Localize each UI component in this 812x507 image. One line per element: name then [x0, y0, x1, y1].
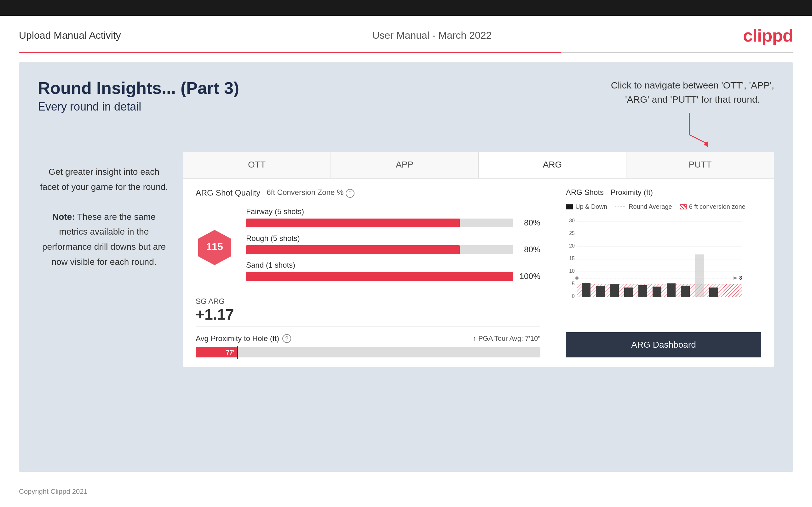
clippd-logo: clippd — [743, 25, 793, 46]
section-header: ARG Shot Quality 6ft Conversion Zone % ? — [196, 188, 541, 198]
arg-dashboard-button[interactable]: ARG Dashboard — [566, 332, 761, 357]
note-label: Note: — [52, 212, 75, 222]
bar-row-fairway: Fairway (5 shots) 80% — [246, 207, 541, 228]
proximity-bar-wrapper: 77' — [196, 347, 541, 357]
legend-item-roundavg: Round Average — [615, 203, 672, 210]
legend-label-conversion: 6 ft conversion zone — [689, 203, 746, 210]
sg-label: SG ARG — [196, 297, 541, 306]
sg-value: +1.17 — [196, 306, 541, 323]
svg-rect-32 — [667, 283, 675, 297]
svg-text:115: 115 — [206, 241, 223, 252]
score-area: 115 Fairway (5 shots) — [196, 207, 541, 287]
svg-text:20: 20 — [569, 243, 575, 248]
bar-label-fairway: Fairway (5 shots) — [246, 207, 541, 216]
proximity-val: 77' — [226, 349, 235, 356]
nav-hint-group: Click to navigate between 'OTT', 'APP','… — [611, 78, 774, 149]
legend-hatch-box — [680, 204, 687, 210]
bar-row-sand: Sand (1 shots) 100% — [246, 261, 541, 281]
copyright: Copyright Clippd 2021 — [19, 488, 88, 495]
svg-rect-27 — [596, 286, 605, 297]
svg-text:25: 25 — [569, 230, 575, 236]
bar-pct-rough: 80% — [518, 245, 541, 255]
bar-pct-fairway: 80% — [518, 218, 541, 228]
svg-rect-29 — [624, 287, 633, 297]
bar-label-sand: Sand (1 shots) — [246, 261, 541, 270]
tab-app[interactable]: APP — [331, 152, 478, 178]
chart-legend: Up & Down Round Average 6 ft conversio — [566, 203, 746, 210]
svg-rect-36 — [723, 284, 739, 297]
bar-fill-rough — [246, 245, 460, 254]
bar-track-fairway: 80% — [246, 218, 541, 228]
bar-bg-sand — [246, 272, 513, 281]
svg-rect-35 — [709, 287, 718, 297]
bar-row-rough: Rough (5 shots) 80% — [246, 234, 541, 255]
legend-item-updown: Up & Down — [566, 203, 607, 210]
chart-title: ARG Shots - Proximity (ft) — [566, 188, 653, 197]
arrow-annotation — [683, 110, 721, 148]
card-right-section: ARG Shots - Proximity (ft) Up & Down Rou — [553, 178, 774, 367]
bars-section: Fairway (5 shots) 80% Rough — [246, 207, 541, 287]
bar-track-rough: 80% — [246, 245, 541, 255]
tab-bar: OTT APP ARG PUTT — [183, 152, 774, 178]
upload-label: Upload Manual Activity — [19, 30, 121, 41]
sg-area: SG ARG +1.17 — [196, 297, 541, 323]
tab-ott[interactable]: OTT — [183, 152, 331, 178]
svg-text:0: 0 — [572, 293, 575, 299]
svg-text:5: 5 — [572, 281, 575, 286]
svg-rect-28 — [610, 284, 619, 297]
page-title: Round Insights... (Part 3) — [38, 78, 239, 98]
proximity-bar-bg: 77' — [196, 347, 541, 357]
svg-rect-33 — [681, 286, 690, 297]
header-center-label: User Manual - March 2022 — [372, 30, 492, 41]
legend-dash-icon — [615, 205, 626, 209]
svg-rect-26 — [582, 283, 591, 297]
svg-rect-30 — [639, 285, 647, 297]
svg-text:15: 15 — [569, 256, 575, 261]
top-bar — [0, 0, 812, 16]
tab-putt[interactable]: PUTT — [626, 152, 774, 178]
chart-canvas: 30 25 20 15 10 5 0 — [566, 217, 761, 332]
main-card: OTT APP ARG PUTT ARG Shot Quality 6ft Co… — [183, 152, 774, 367]
svg-line-1 — [690, 135, 708, 144]
footer: Copyright Clippd 2021 — [0, 481, 812, 502]
proximity-section: Avg Proximity to Hole (ft) ? ↑ PGA Tour … — [196, 326, 541, 357]
svg-text:30: 30 — [569, 218, 575, 223]
tab-arg[interactable]: ARG — [478, 152, 626, 178]
svg-text:10: 10 — [569, 268, 575, 274]
left-panel: Get greater insight into each facet of y… — [38, 152, 170, 367]
bar-fill-fairway — [246, 219, 460, 227]
insight-text: Get greater insight into each facet of y… — [38, 164, 170, 269]
chart-svg: 30 25 20 15 10 5 0 — [566, 217, 749, 311]
help-icon[interactable]: ? — [346, 189, 354, 198]
legend-box-updown — [566, 204, 573, 210]
svg-rect-31 — [653, 287, 661, 297]
header: Upload Manual Activity User Manual - Mar… — [0, 16, 812, 52]
svg-marker-24 — [733, 277, 738, 280]
main-content: Round Insights... (Part 3) Every round i… — [19, 62, 793, 472]
page-subtitle: Every round in detail — [38, 100, 239, 113]
bar-bg-rough — [246, 245, 513, 254]
proximity-header: Avg Proximity to Hole (ft) ? ↑ PGA Tour … — [196, 334, 541, 343]
proximity-bar-fill: 77' — [196, 347, 237, 357]
bar-track-sand: 100% — [246, 272, 541, 281]
legend-item-conversion: 6 ft conversion zone — [680, 203, 746, 210]
bar-fill-sand — [246, 272, 513, 281]
proximity-cursor — [237, 346, 238, 359]
conversion-zone-title: 6ft Conversion Zone % ? — [266, 188, 354, 198]
legend-label-roundavg: Round Average — [628, 203, 672, 210]
card-left-section: ARG Shot Quality 6ft Conversion Zone % ? — [183, 178, 553, 367]
bar-pct-sand: 100% — [518, 272, 541, 281]
proximity-title: Avg Proximity to Hole (ft) ? — [196, 334, 291, 343]
bar-label-rough: Rough (5 shots) — [246, 234, 541, 243]
header-divider — [19, 52, 793, 53]
pga-label: ↑ PGA Tour Avg: 7'10" — [473, 334, 541, 343]
legend-label-updown: Up & Down — [575, 203, 607, 210]
card-body: ARG Shot Quality 6ft Conversion Zone % ? — [183, 178, 774, 367]
card-container: Get greater insight into each facet of y… — [38, 152, 774, 367]
bar-bg-fairway — [246, 219, 513, 227]
proximity-help-icon[interactable]: ? — [282, 334, 291, 343]
insight-main: Get greater insight into each facet of y… — [40, 167, 168, 192]
chart-header: ARG Shots - Proximity (ft) Up & Down Rou — [566, 188, 761, 210]
svg-rect-34 — [695, 255, 704, 297]
svg-text:8: 8 — [739, 275, 742, 281]
